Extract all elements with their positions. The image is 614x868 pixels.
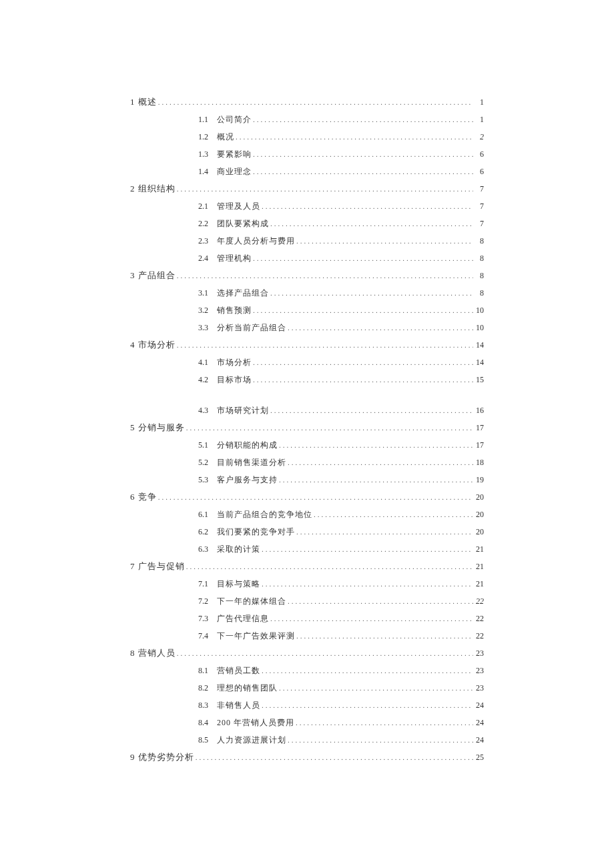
toc-leader-dots — [194, 749, 473, 766]
toc-entry: 8.2理想的销售团队23 — [130, 679, 484, 697]
toc-page-number: 7 — [473, 215, 484, 232]
toc-number: 1.4 — [130, 163, 217, 180]
toc-entry: 3.1选择产品组合8 — [130, 284, 484, 302]
toc-leader-dots — [252, 111, 473, 128]
toc-page-number: 20 — [473, 488, 484, 506]
toc-title: 商业理念 — [217, 163, 252, 180]
toc-entry: 8.5人力资源进展计划24 — [130, 731, 484, 749]
toc-leader-dots — [260, 575, 473, 592]
toc-page-number: 18 — [473, 454, 484, 471]
toc-title: 营销员工数 — [217, 662, 260, 679]
toc-entry: 6.1当前产品组合的竞争地位20 — [130, 506, 484, 523]
table-of-contents: 1 概述11.1公司简介11.2概况21.3要紧影响61.4商业理念62 组织结… — [130, 93, 484, 766]
toc-page-number: 8 — [473, 232, 484, 250]
toc-leader-dots — [294, 714, 473, 731]
toc-leader-dots — [260, 662, 473, 679]
toc-leader-dots — [185, 558, 473, 575]
toc-title: 200 年营销人员费用 — [217, 714, 294, 731]
toc-page-number: 22 — [473, 627, 484, 644]
toc-number: 6 竞争 — [130, 488, 157, 506]
toc-page-number: 10 — [473, 302, 484, 319]
toc-entry: 8.4200 年营销人员费用24 — [130, 714, 484, 731]
toc-leader-dots — [295, 232, 473, 250]
toc-title: 市场分析 — [217, 354, 252, 371]
toc-entry: 7.4下一年广告效果评测22 — [130, 627, 484, 644]
toc-page-number: 6 — [473, 145, 484, 163]
toc-number: 4.3 — [130, 402, 217, 419]
toc-page-number: 8 — [473, 267, 484, 284]
toc-title: 客户服务与支持 — [217, 471, 278, 488]
toc-entry: 7.1目标与策略21 — [130, 575, 484, 592]
toc-entry: 8.1营销员工数23 — [130, 662, 484, 679]
toc-number: 2.4 — [130, 250, 217, 267]
toc-title: 我们要紧的竞争对手 — [217, 523, 295, 540]
toc-number: 4.2 — [130, 371, 217, 388]
toc-leader-dots — [252, 145, 473, 163]
toc-spacer — [130, 388, 484, 402]
toc-entry: 9 优势劣势分析25 — [130, 749, 484, 766]
toc-page-number: 24 — [473, 697, 484, 714]
toc-title: 当前产品组合的竞争地位 — [217, 506, 312, 523]
toc-leader-dots — [252, 163, 473, 180]
toc-leader-dots — [252, 354, 473, 371]
toc-page-number: 8 — [473, 284, 484, 302]
toc-page-number: 15 — [473, 371, 484, 388]
toc-number: 2.1 — [130, 197, 217, 215]
toc-page-number: 7 — [473, 197, 484, 215]
toc-title: 要紧影响 — [217, 145, 252, 163]
toc-entry: 1 概述1 — [130, 93, 484, 111]
toc-title: 理想的销售团队 — [217, 679, 278, 697]
toc-entry: 7.2下一年的媒体组合22 — [130, 592, 484, 610]
toc-page-number: 1 — [473, 111, 484, 128]
toc-page-number: 2 — [473, 128, 484, 145]
toc-page-number: 25 — [473, 749, 484, 766]
toc-title: 管理及人员 — [217, 197, 260, 215]
toc-page-number: 17 — [473, 419, 484, 436]
toc-leader-dots — [269, 402, 473, 419]
toc-entry: 2.4管理机构8 — [130, 250, 484, 267]
toc-leader-dots — [278, 679, 473, 697]
toc-title: 概况 — [217, 128, 234, 145]
toc-entry: 1.3要紧影响6 — [130, 145, 484, 163]
toc-entry: 5.3客户服务与支持19 — [130, 471, 484, 488]
toc-title: 管理机构 — [217, 250, 252, 267]
toc-leader-dots — [252, 371, 473, 388]
toc-entry: 6.2我们要紧的竞争对手20 — [130, 523, 484, 540]
toc-title: 团队要紧构成 — [217, 215, 269, 232]
toc-entry: 7.3广告代理信息22 — [130, 610, 484, 627]
toc-leader-dots — [286, 731, 473, 749]
toc-leader-dots — [157, 93, 473, 111]
toc-number: 4.1 — [130, 354, 217, 371]
toc-entry: 5.1分销职能的构成17 — [130, 436, 484, 454]
toc-leader-dots — [234, 128, 473, 145]
toc-number: 1.2 — [130, 128, 217, 145]
toc-leader-dots — [176, 644, 473, 662]
toc-title: 年度人员分析与费用 — [217, 232, 295, 250]
toc-entry: 3.2销售预测10 — [130, 302, 484, 319]
toc-entry: 2.2团队要紧构成7 — [130, 215, 484, 232]
toc-title: 下一年的媒体组合 — [217, 592, 286, 610]
toc-title: 采取的计策 — [217, 540, 260, 558]
toc-entry: 2.1管理及人员7 — [130, 197, 484, 215]
toc-entry: 8 营销人员23 — [130, 644, 484, 662]
toc-leader-dots — [295, 523, 473, 540]
toc-title: 市场研究计划 — [217, 402, 269, 419]
toc-entry: 4.1市场分析14 — [130, 354, 484, 371]
toc-entry: 7 广告与促销21 — [130, 558, 484, 575]
toc-number: 1.3 — [130, 145, 217, 163]
toc-number: 6.2 — [130, 523, 217, 540]
toc-number: 6.1 — [130, 506, 217, 523]
toc-title: 人力资源进展计划 — [217, 731, 286, 749]
toc-leader-dots — [278, 471, 473, 488]
toc-page-number: 16 — [473, 402, 484, 419]
toc-title: 分析当前产品组合 — [217, 319, 286, 336]
toc-number: 2 组织结构 — [130, 180, 176, 197]
toc-title: 目标与策略 — [217, 575, 260, 592]
toc-number: 3 产品组合 — [130, 267, 176, 284]
toc-number: 9 优势劣势分析 — [130, 749, 194, 766]
toc-entry: 3 产品组合8 — [130, 267, 484, 284]
toc-page-number: 20 — [473, 506, 484, 523]
toc-entry: 6.3采取的计策21 — [130, 540, 484, 558]
toc-leader-dots — [278, 436, 473, 454]
toc-page-number: 10 — [473, 319, 484, 336]
